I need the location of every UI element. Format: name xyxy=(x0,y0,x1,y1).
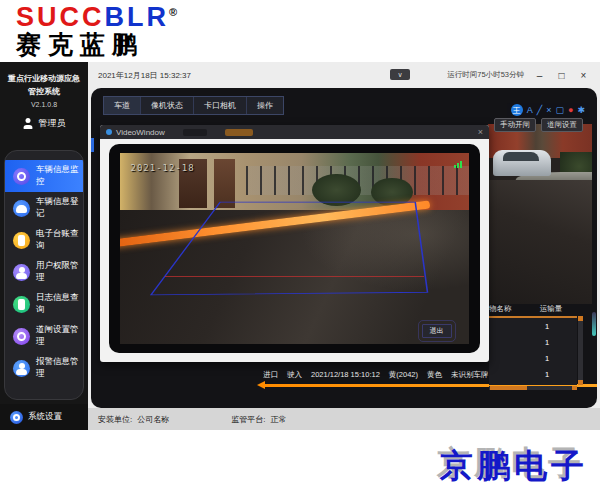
ticker-plate: 黄(2042) xyxy=(389,370,418,380)
ledger-query-icon xyxy=(13,232,30,249)
sidebar-item-label: 车辆信息监控 xyxy=(36,164,83,188)
brand-logo-cn: 赛克蓝鹏 xyxy=(16,32,177,58)
watermark-text: 京鹏电子 xyxy=(440,444,588,489)
manual-open-gate-button[interactable]: 手动开闸 xyxy=(494,118,536,132)
platform-value: 正常 xyxy=(270,414,286,425)
ticker-color: 黄色 xyxy=(427,370,442,380)
chevron-down-icon[interactable]: ∨ xyxy=(390,69,410,80)
sidebar-item-label: 日志信息查询 xyxy=(36,292,83,316)
cell-qty: 1 xyxy=(531,370,563,379)
gate-settings-button[interactable]: 道闸设置 xyxy=(541,118,583,132)
annotation-toolbar: 王 A ╱ × ▢ ● ✱ xyxy=(507,103,589,117)
platform-label: 监管平台: xyxy=(231,414,265,425)
install-unit-value: 公司名称 xyxy=(137,414,169,425)
video-window-title: VideoWindow xyxy=(116,128,165,137)
monitor-panel: 车道 像机状态 卡口相机 操作 王 A xyxy=(91,88,597,408)
runtime-label: 运行时间75小时53分钟 xyxy=(447,70,524,80)
gate-buttons: 手动开闸 道闸设置 xyxy=(494,118,583,132)
horizontal-scrollbar[interactable] xyxy=(489,386,577,390)
user-row: 管理员 xyxy=(0,117,88,130)
cell-qty: 1 xyxy=(531,322,563,331)
exit-button[interactable]: 退出 xyxy=(422,324,452,338)
table-row[interactable]: 1 xyxy=(489,334,577,350)
tab-operation[interactable]: 操作 xyxy=(247,97,283,114)
sidebar-item-user-permission[interactable]: 用户权限管理 xyxy=(5,256,83,288)
brand-logo: SUCCBLR® 赛克蓝鹏 xyxy=(16,4,177,57)
gradient-indicator-bar xyxy=(592,312,596,336)
datetime-label: 2021年12月18日 15:32:37 xyxy=(98,70,191,81)
alarm-info-icon xyxy=(13,360,30,377)
status-bar: 安装单位: 公司名称 监管平台: 正常 xyxy=(88,408,600,430)
sidebar-item-vehicle-register[interactable]: 车辆信息登记 xyxy=(5,192,83,224)
video-window-dialog: VideoWindow × xyxy=(100,125,489,362)
sidebar-item-label: 报警信息管理 xyxy=(36,356,83,380)
gate-settings-icon xyxy=(13,328,30,345)
ticker-time: 2021/12/18 15:10:12 xyxy=(311,370,380,380)
titlebar-decor-orange xyxy=(225,129,253,136)
sidebar: 重点行业移动源应急管控系统 V2.1.0.8 管理员 车辆信息监控 车辆信息登记… xyxy=(0,62,88,430)
footer: 京鹏电子 xyxy=(0,430,600,500)
registered-mark: ® xyxy=(169,6,177,18)
video-window-titlebar[interactable]: VideoWindow × xyxy=(100,125,489,139)
close-tool-icon[interactable]: × xyxy=(546,106,551,115)
maximize-button[interactable]: □ xyxy=(555,70,568,81)
cell-qty: 1 xyxy=(531,338,563,347)
table-row[interactable]: 1 xyxy=(489,366,577,382)
main-topbar: 2021年12月18日 15:32:37 ∨ 运行时间75小时53分钟 – □ … xyxy=(88,62,600,88)
sidebar-item-log-query[interactable]: 日志信息查询 xyxy=(5,288,83,320)
sidebar-item-label: 道闸设置管理 xyxy=(36,324,83,348)
tab-camera-status[interactable]: 像机状态 xyxy=(141,97,194,114)
text-tool-icon[interactable]: A xyxy=(527,106,533,115)
user-icon xyxy=(23,118,34,129)
logo-succ: SUCC xyxy=(16,2,105,32)
sidebar-item-label: 电子台账查询 xyxy=(36,228,83,252)
main-area: 2021年12月18日 15:32:37 ∨ 运行时间75小时53分钟 – □ … xyxy=(88,62,600,430)
cell-qty: 1 xyxy=(531,354,563,363)
vertical-scrollbar[interactable] xyxy=(578,316,583,385)
accent-bar xyxy=(91,138,94,152)
signal-strength-icon xyxy=(454,161,462,168)
sidebar-item-gate-settings[interactable]: 道闸设置管理 xyxy=(5,320,83,352)
ticker-direction: 进口 xyxy=(263,370,278,380)
col-header-qty: 运输量 xyxy=(533,304,569,314)
scene-road xyxy=(488,180,592,304)
video-window-icon xyxy=(106,129,112,135)
app-window: SUCCBLR® 赛克蓝鹏 重点行业移动源应急管控系统 V2.1.0.8 管理员… xyxy=(0,0,600,500)
vehicle-register-icon xyxy=(13,200,30,217)
col-header-name: 物名称 xyxy=(489,304,533,314)
video-window-close-icon[interactable]: × xyxy=(478,127,483,137)
ticker-action: 驶入 xyxy=(287,370,302,380)
user-permission-icon xyxy=(13,264,30,281)
record-tool-icon[interactable]: ● xyxy=(568,106,573,115)
user-name: 管理员 xyxy=(39,117,66,130)
version-label: V2.1.0.8 xyxy=(0,101,88,108)
vehicle-monitor-icon xyxy=(13,168,30,185)
sidebar-item-ledger-query[interactable]: 电子台账查询 xyxy=(5,224,83,256)
scene-car xyxy=(493,150,551,176)
minimize-button[interactable]: – xyxy=(533,70,546,81)
tab-checkpoint-camera[interactable]: 卡口相机 xyxy=(194,97,247,114)
video-bezel: 2021-12-18 退出 xyxy=(109,144,480,353)
gear-tool-icon[interactable]: ✱ xyxy=(577,106,585,115)
user-badge-icon[interactable]: 王 xyxy=(511,104,523,116)
video-timestamp: 2021-12-18 xyxy=(130,163,194,173)
table-row[interactable]: 1 xyxy=(489,350,577,366)
sidebar-item-alarm-info[interactable]: 报警信息管理 xyxy=(5,352,83,384)
video-feed: 2021-12-18 退出 xyxy=(120,153,469,344)
transport-table: 物名称 运输量 1 1 1 xyxy=(489,303,584,390)
system-settings-button[interactable]: 系统设置 xyxy=(0,404,88,430)
titlebar-decor xyxy=(183,129,207,136)
background-camera-feed xyxy=(488,124,592,304)
sidebar-item-vehicle-monitor[interactable]: 车辆信息监控 xyxy=(5,160,83,192)
close-button[interactable]: × xyxy=(577,70,590,81)
monitor-tool-icon[interactable]: ▢ xyxy=(556,106,565,115)
logo-blr: BLR xyxy=(105,2,170,32)
detection-zone-overlay xyxy=(120,153,469,344)
tab-lane[interactable]: 车道 xyxy=(104,97,141,114)
transport-table-header: 物名称 运输量 xyxy=(489,303,584,315)
log-query-icon xyxy=(13,296,30,313)
table-row[interactable]: 1 xyxy=(489,318,577,334)
ticker-status: 未识别车牌 xyxy=(451,370,489,380)
system-title: 重点行业移动源应急管控系统 xyxy=(0,62,88,100)
draw-tool-icon[interactable]: ╱ xyxy=(537,106,542,115)
